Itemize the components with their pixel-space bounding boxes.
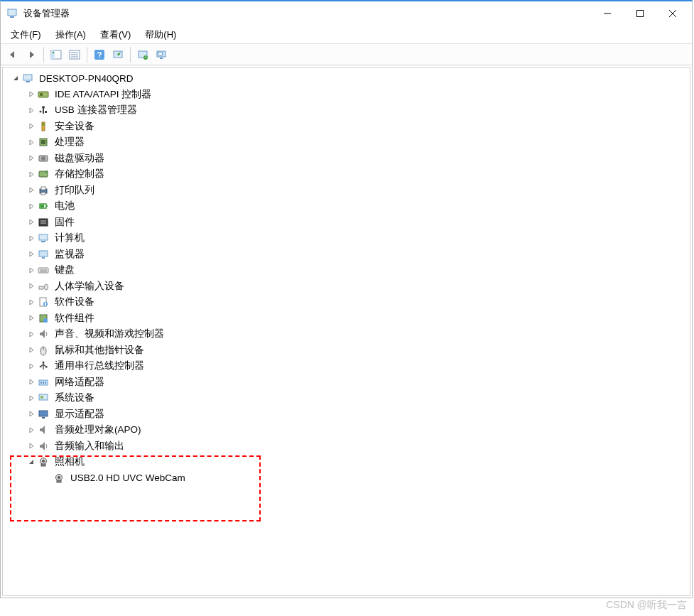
tree-category-node[interactable]: 软件设备 — [3, 294, 690, 310]
tree-category-node[interactable]: 系统设备 — [3, 390, 690, 406]
toolbar-remote-monitor-button[interactable] — [153, 46, 170, 63]
expand-caret-icon[interactable] — [26, 424, 37, 436]
menu-action[interactable]: 操作(A) — [48, 26, 93, 43]
tree-category-node[interactable]: IDE ATA/ATAPI 控制器 — [3, 87, 690, 103]
tree-category-node[interactable]: 鼠标和其他指针设备 — [3, 342, 690, 359]
expand-caret-icon[interactable] — [26, 296, 37, 308]
expand-caret-icon[interactable] — [26, 313, 37, 324]
expand-caret-icon[interactable] — [26, 104, 37, 116]
tree-category-node[interactable]: 照相机 — [3, 454, 690, 470]
expand-caret-icon[interactable] — [26, 249, 37, 260]
toolbar-show-hide-tree-button[interactable] — [48, 46, 65, 63]
tree-category-node[interactable]: 打印队列 — [3, 183, 690, 199]
expand-caret-icon[interactable] — [26, 328, 37, 340]
tree-category-node[interactable]: 声音、视频和游戏控制器 — [3, 326, 690, 342]
sound-icon — [37, 328, 50, 340]
svg-point-59 — [43, 318, 48, 323]
device-tree[interactable]: DESKTOP-PN40QRD IDE ATA/ATAPI 控制器 USB 连接… — [2, 67, 690, 596]
usb-icon — [37, 360, 50, 372]
tree-node-label: 系统设备 — [53, 391, 97, 405]
minimize-button[interactable] — [591, 2, 624, 25]
menu-view[interactable]: 查看(V) — [93, 26, 138, 43]
toolbar-scan-hardware-button[interactable] — [109, 46, 126, 63]
tree-node-label: 人体学输入设备 — [53, 279, 126, 293]
toolbar-list-button[interactable] — [66, 46, 83, 63]
tree-node-label: USB2.0 HD UVC WebCam — [68, 472, 188, 484]
expand-caret-icon[interactable] — [26, 153, 37, 164]
storage-icon — [37, 168, 50, 180]
expand-caret-icon[interactable] — [26, 360, 37, 372]
svg-rect-3 — [637, 11, 644, 17]
expand-caret-icon[interactable] — [26, 168, 37, 180]
tree-category-node[interactable]: 音频处理对象(APO) — [3, 422, 690, 438]
expand-caret-icon[interactable] — [26, 185, 37, 196]
tree-category-node[interactable]: 处理器 — [3, 134, 690, 151]
expand-caret-icon[interactable] — [26, 136, 37, 148]
svg-point-35 — [43, 158, 44, 159]
tree-category-node[interactable]: 计算机 — [3, 230, 690, 247]
menu-help[interactable]: 帮助(H) — [138, 26, 183, 43]
toolbar-refresh-button[interactable] — [134, 46, 151, 63]
svg-rect-0 — [8, 9, 16, 16]
svg-rect-28 — [45, 111, 47, 113]
tree-node-label: 监视器 — [53, 247, 87, 261]
expand-caret-icon[interactable] — [26, 345, 37, 356]
tree-node-label: 存储控制器 — [53, 167, 107, 181]
tree-category-node[interactable]: USB 连接器管理器 — [3, 102, 690, 119]
tree-device-node[interactable]: USB2.0 HD UVC WebCam — [3, 470, 690, 487]
tree-category-node[interactable]: 软件组件 — [3, 310, 690, 327]
svg-rect-75 — [42, 417, 45, 418]
tree-category-node[interactable]: 显示适配器 — [3, 406, 690, 423]
ide-icon — [37, 88, 50, 101]
expand-caret-icon[interactable] — [26, 264, 37, 276]
tree-category-node[interactable]: 键盘 — [3, 262, 690, 279]
svg-rect-41 — [46, 205, 48, 207]
expand-caret-icon[interactable] — [26, 121, 37, 132]
svg-rect-73 — [40, 396, 43, 399]
audio-io-icon — [37, 440, 50, 453]
tree-category-node[interactable]: 监视器 — [3, 247, 690, 263]
close-button[interactable] — [656, 2, 689, 25]
menu-file[interactable]: 文件(F) — [4, 26, 48, 43]
tree-category-node[interactable]: 固件 — [3, 215, 690, 231]
tree-category-node[interactable]: 电池 — [3, 198, 690, 215]
tree-category-node[interactable]: 安全设备 — [3, 119, 690, 135]
software-component-icon — [37, 312, 50, 325]
svg-rect-39 — [41, 193, 45, 195]
svg-rect-63 — [43, 362, 43, 369]
tree-category-node[interactable]: 网络适配器 — [3, 374, 690, 391]
expand-caret-icon[interactable] — [26, 281, 37, 292]
tree-node-label: 安全设备 — [53, 119, 97, 134]
toolbar-help-button[interactable]: ? — [91, 46, 108, 63]
software-device-icon — [37, 296, 50, 308]
security-icon — [37, 120, 50, 133]
tree-node-label: 网络适配器 — [53, 375, 107, 389]
expand-caret-icon[interactable] — [26, 200, 37, 212]
tree-category-node[interactable]: 人体学输入设备 — [3, 279, 690, 295]
tree-root-node[interactable]: DESKTOP-PN40QRD — [3, 70, 690, 87]
svg-point-30 — [43, 123, 45, 125]
tree-category-node[interactable]: 存储控制器 — [3, 166, 690, 183]
device-manager-window: 设备管理器 文件(F) 操作(A) 查看(V) 帮助(H) — [0, 0, 693, 598]
tree-category-node[interactable]: 音频输入和输出 — [3, 438, 690, 455]
tree-node-label: 鼠标和其他指针设备 — [53, 343, 146, 357]
expand-caret-icon[interactable] — [26, 441, 37, 452]
tree-node-label: 软件设备 — [53, 295, 97, 309]
expand-caret-icon[interactable] — [26, 217, 37, 228]
camera-icon — [37, 455, 50, 468]
expand-caret-icon[interactable] — [26, 89, 37, 100]
toolbar-back-button[interactable] — [4, 46, 21, 63]
expand-caret-icon[interactable] — [10, 72, 21, 84]
expand-caret-icon[interactable] — [26, 377, 37, 388]
tree-node-label: 固件 — [53, 215, 77, 229]
maximize-button[interactable] — [624, 2, 656, 25]
expand-caret-icon[interactable] — [26, 456, 37, 468]
tree-category-node[interactable]: 通用串行总线控制器 — [3, 358, 690, 374]
tree-category-node[interactable]: 磁盘驱动器 — [3, 151, 690, 167]
expand-caret-icon[interactable] — [26, 409, 37, 420]
expand-caret-icon[interactable] — [26, 392, 37, 404]
toolbar-forward-button[interactable] — [23, 46, 40, 63]
toolbar-separator — [43, 47, 44, 63]
expand-caret-icon[interactable] — [26, 232, 37, 244]
toolbar-separator — [130, 47, 131, 63]
